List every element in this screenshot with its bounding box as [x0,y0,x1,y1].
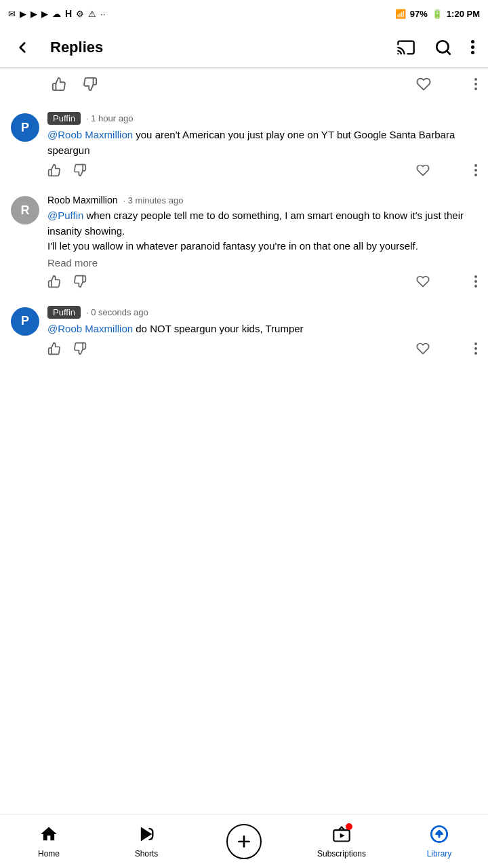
comment-body-text-puffin-2: do NOT speargun your kids, Trumper [136,323,303,334]
android-icon: ⚙ [76,9,84,19]
heart-puffin-2[interactable] [416,342,442,355]
shorts-icon [137,825,156,846]
comment-time-roob-1: · 3 minutes ago [123,195,183,205]
comment-actions-puffin-1 [47,158,477,182]
cloud-icon: ☁ [52,9,61,19]
more-puffin-1[interactable] [458,164,477,176]
subscriptions-label: Subscriptions [317,849,366,859]
comment-header-puffin-1: Puffin · 1 hour ago [47,112,477,125]
avatar-roob-1: R [11,196,39,224]
more-icon: ·· [100,9,105,19]
like-puffin-2[interactable] [47,342,73,355]
top-action-row [52,68,477,100]
warning-icon: ⚠ [88,9,96,19]
cast-button[interactable] [394,35,418,60]
subscriptions-dot [346,823,352,830]
comment-body-text-roob-1: when crazy people tell me to do somethin… [47,210,464,252]
status-left-icons: ✉ ▶ ▶ ▶ ☁ H ⚙ ⚠ ·· [8,8,105,19]
comment-body-puffin-1: Puffin · 1 hour ago @Roob Maxmillion you… [47,112,477,182]
wifi-icon: 📶 [395,9,406,19]
like-puffin-1[interactable] [47,163,73,177]
time-display: 1:20 PM [447,9,480,19]
top-bar-actions [394,35,477,60]
dislike-puffin-2[interactable] [73,342,99,355]
comment-time-puffin-1: · 1 hour ago [86,113,133,123]
nav-create[interactable] [195,824,293,859]
comment-roob-1: R Roob Maxmillion · 3 minutes ago @Puffi… [11,182,477,294]
comment-header-roob-1: Roob Maxmillion · 3 minutes ago [47,195,477,205]
mention-puffin-2: @Roob Maxmillion [47,323,133,334]
more-roob-1[interactable] [458,275,477,288]
comment-body-puffin-2: Puffin · 0 seconds ago @Roob Maxmillion … [47,306,477,361]
back-button[interactable] [11,36,34,59]
mention-puffin-1: @Roob Maxmillion [47,129,133,140]
top-bar: Replies [0,27,488,68]
create-icon [226,824,262,859]
like-roob-1[interactable] [47,275,73,288]
heart-puffin-1[interactable] [416,163,442,177]
dislike-roob-1[interactable] [73,275,99,288]
comment-puffin-1: P Puffin · 1 hour ago @Roob Maxmillion y… [11,100,477,182]
heart-button-top[interactable] [416,77,442,92]
like-button-top[interactable] [52,77,77,92]
comment-actions-puffin-2 [47,336,477,361]
yt-icon2: ▶ [30,9,37,19]
nav-library[interactable]: Library [390,825,488,859]
comment-actions-roob-1 [47,269,477,294]
comment-header-puffin-2: Puffin · 0 seconds ago [47,306,477,319]
dislike-button-top[interactable] [83,77,108,92]
svg-line-2 [447,51,450,54]
nav-subscriptions[interactable]: Subscriptions [293,825,390,859]
comment-body-roob-1: Roob Maxmillion · 3 minutes ago @Puffin … [47,195,477,294]
library-icon [430,825,449,846]
comments-area: P Puffin · 1 hour ago @Roob Maxmillion y… [0,68,488,422]
subscriptions-wrapper [332,825,351,846]
username-badge-puffin-2: Puffin [47,306,81,319]
battery-icon: 🔋 [432,9,443,19]
notification-icon: ✉ [8,9,16,19]
username-roob-1: Roob Maxmillion [47,195,117,205]
nav-shorts[interactable]: Shorts [98,825,195,859]
username-badge-puffin-1: Puffin [47,112,81,125]
mention-roob-1: @Puffin [47,210,83,221]
status-bar: ✉ ▶ ▶ ▶ ☁ H ⚙ ⚠ ·· 📶 97% 🔋 1:20 PM [0,0,488,27]
more-options-button[interactable] [468,37,477,57]
avatar-puffin-1: P [11,113,39,142]
shorts-label: Shorts [135,849,159,859]
svg-marker-7 [340,833,345,837]
battery-percent: 97% [410,9,428,19]
home-icon [39,825,58,846]
dislike-puffin-1[interactable] [73,163,99,177]
bottom-nav: Home Shorts [0,814,488,868]
more-puffin-2[interactable] [458,342,477,355]
comment-text-roob-1: @Puffin when crazy people tell me to do … [47,208,477,254]
yt-icon3: ▶ [41,9,48,19]
comment-time-puffin-2: · 0 seconds ago [86,307,148,317]
search-button[interactable] [432,36,455,59]
status-right-info: 📶 97% 🔋 1:20 PM [395,9,480,19]
more-button-top[interactable] [458,78,477,90]
comment-text-puffin-2: @Roob Maxmillion do NOT speargun your ki… [47,321,477,337]
read-more-button[interactable]: Read more [47,257,98,269]
comment-text-puffin-1: @Roob Maxmillion you aren't American you… [47,127,477,158]
page-title: Replies [50,39,394,56]
h-icon: H [65,8,72,19]
nav-home[interactable]: Home [0,825,98,859]
home-label: Home [38,849,60,859]
yt-icon1: ▶ [20,9,26,19]
avatar-puffin-2: P [11,307,39,336]
heart-roob-1[interactable] [416,275,442,288]
library-label: Library [427,849,452,859]
comment-puffin-2: P Puffin · 0 seconds ago @Roob Maxmillio… [11,294,477,361]
